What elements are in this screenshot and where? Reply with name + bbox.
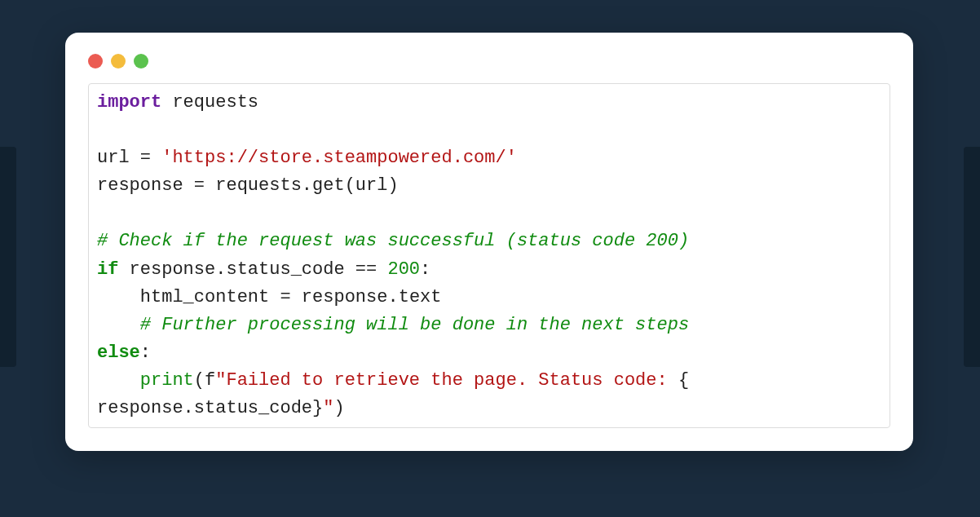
fn-print: print (140, 370, 194, 391)
window-minimize-icon[interactable] (111, 54, 126, 68)
op-eq: = (194, 175, 205, 196)
var-url: url (97, 148, 140, 168)
fstring-prefix: f (205, 370, 215, 391)
window-close-icon[interactable] (88, 54, 103, 68)
code-window: import requests url = 'https://store.ste… (65, 33, 913, 451)
fexpr-status-code: response.status_code (97, 398, 312, 418)
indent (97, 287, 140, 307)
window-traffic-lights (88, 54, 890, 68)
comment-check: # Check if the request was successful (s… (97, 231, 689, 251)
str-failed-a: "Failed to retrieve the page. Status cod… (215, 370, 678, 391)
brace-close: } (312, 398, 323, 418)
if-cond: response.status_code (118, 259, 355, 280)
sp (377, 259, 387, 280)
paren-open: ( (194, 370, 205, 391)
indent (97, 315, 140, 335)
var-response: response (97, 175, 194, 196)
op-eqeq: == (355, 259, 377, 280)
python-code-block[interactable]: import requests url = 'https://store.ste… (97, 89, 881, 422)
var-html-content: html_content (140, 287, 280, 307)
window-zoom-icon[interactable] (134, 54, 148, 68)
brace-open: { (678, 370, 689, 391)
paren-close: ) (333, 398, 344, 418)
kw-import: import (97, 92, 161, 113)
kw-else: else (97, 342, 140, 363)
num-200: 200 (387, 259, 420, 280)
kw-if: if (97, 259, 118, 280)
sp (151, 148, 161, 168)
bg-panel-left (0, 147, 16, 367)
op-eq: = (280, 287, 290, 307)
colon: : (420, 259, 430, 280)
colon: : (140, 342, 151, 363)
call-requests-get: requests.get(url) (205, 175, 399, 196)
module-requests: requests (161, 92, 258, 113)
op-eq: = (140, 148, 151, 168)
bg-panel-right (964, 147, 980, 367)
code-frame: import requests url = 'https://store.ste… (88, 83, 890, 428)
comment-further: # Further processing will be done in the… (140, 315, 689, 335)
indent (97, 370, 140, 391)
response-text: response.text (291, 287, 442, 307)
str-url: 'https://store.steampowered.com/' (161, 148, 517, 168)
str-failed-b: " (323, 398, 333, 418)
